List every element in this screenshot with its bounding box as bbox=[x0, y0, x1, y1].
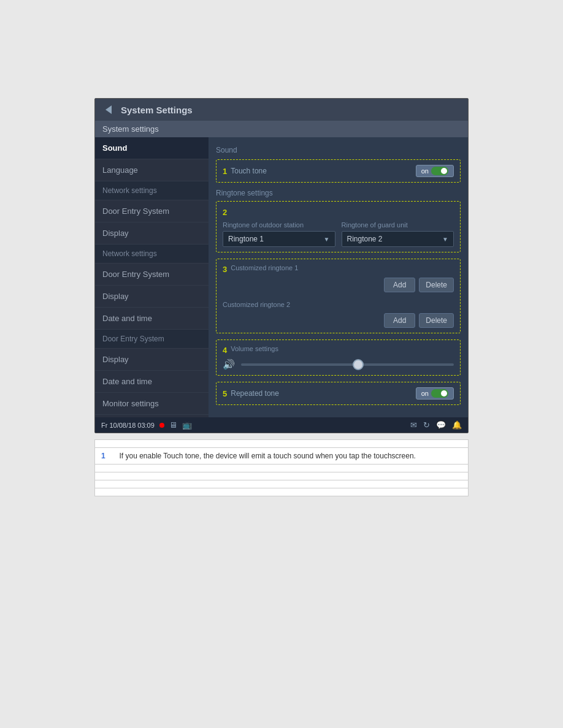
sidebar-item-display-2[interactable]: Display bbox=[95, 286, 209, 308]
sound-heading: Sound bbox=[216, 146, 461, 154]
doc-text-4 bbox=[113, 480, 469, 488]
volume-slider-thumb[interactable] bbox=[353, 359, 364, 370]
sidebar-item-sound[interactable]: Sound bbox=[95, 137, 209, 159]
sidebar-item-monitor-settings[interactable]: Monitor settings bbox=[95, 393, 209, 415]
add-ringtone-1-button[interactable]: Add bbox=[384, 278, 415, 292]
repeated-tone-label: Repeated tone bbox=[231, 389, 416, 398]
doc-num-4 bbox=[95, 480, 113, 488]
guard-ringtone-select[interactable]: Ringtone 2 ▼ bbox=[342, 231, 454, 247]
customized-ringtone-2-buttons: Add Delete bbox=[223, 313, 454, 328]
sidebar-item-display-3[interactable]: Display bbox=[95, 349, 209, 371]
section-number-5: 5 bbox=[223, 389, 227, 398]
touch-tone-toggle[interactable]: on bbox=[416, 165, 454, 177]
doc-text-0 bbox=[113, 440, 469, 448]
window-title: System Settings bbox=[121, 105, 193, 115]
toggle-on-label: on bbox=[421, 167, 429, 175]
doc-num-5 bbox=[95, 488, 113, 496]
repeated-tone-toggle[interactable]: on bbox=[416, 387, 454, 400]
title-bar: System Settings bbox=[95, 99, 468, 121]
table-row bbox=[95, 472, 469, 480]
status-mail-icon[interactable]: ✉ bbox=[410, 420, 417, 430]
status-monitor-icon: 🖥 bbox=[169, 420, 177, 430]
customized-ringtone-1-buttons: Add Delete bbox=[223, 278, 454, 292]
status-bar: Fr 10/08/18 03:09 🖥 📺 ✉ ↻ 💬 🔔 bbox=[95, 417, 468, 433]
system-settings-window: System Settings System settings Sound La… bbox=[94, 98, 469, 433]
toggle-switch-1[interactable] bbox=[431, 167, 448, 175]
guard-dropdown-arrow: ▼ bbox=[442, 236, 448, 243]
status-chat-icon[interactable]: 💬 bbox=[436, 420, 446, 430]
doc-num-0 bbox=[95, 440, 113, 448]
doc-num-2 bbox=[95, 464, 113, 472]
table-row bbox=[95, 440, 469, 448]
toggle-switch-5[interactable] bbox=[431, 389, 448, 398]
volume-section: 4 Volume settings 🔊 bbox=[216, 339, 461, 376]
volume-label: Volume settings bbox=[231, 345, 278, 352]
status-datetime: Fr 10/08/18 03:09 bbox=[101, 422, 155, 429]
volume-row: 🔊 bbox=[223, 358, 454, 370]
sidebar: Sound Language Network settings Door Ent… bbox=[95, 137, 209, 417]
outdoor-ringtone-value: Ringtone 1 bbox=[228, 235, 264, 243]
system-settings-bar: System settings bbox=[95, 121, 468, 137]
repeated-tone-section: 5 Repeated tone on bbox=[216, 382, 461, 405]
sidebar-item-language[interactable]: Language bbox=[95, 159, 209, 181]
delete-ringtone-2-button[interactable]: Delete bbox=[419, 313, 454, 328]
sidebar-item-date-time-1[interactable]: Date and time bbox=[95, 308, 209, 330]
sidebar-section-network-1: Network settings bbox=[95, 181, 209, 200]
table-row bbox=[95, 488, 469, 496]
ringtone-settings-label: Ringtone settings bbox=[216, 189, 461, 197]
doc-text-3 bbox=[113, 472, 469, 480]
doc-num-3 bbox=[95, 472, 113, 480]
doc-table: 1 If you enable Touch tone, the device w… bbox=[94, 439, 469, 496]
doc-text-5 bbox=[113, 488, 469, 496]
status-bell-icon[interactable]: 🔔 bbox=[452, 420, 462, 430]
status-screen-icon: 📺 bbox=[182, 420, 192, 430]
main-content: Sound Language Network settings Door Ent… bbox=[95, 137, 468, 417]
volume-slider-track[interactable] bbox=[241, 363, 454, 366]
status-icons-right: ✉ ↻ 💬 🔔 bbox=[410, 420, 462, 430]
sidebar-section-door-entry: Door Entry System bbox=[95, 330, 209, 349]
ringtone-section: 2 Ringtone of outdoor station Ringtone 1… bbox=[216, 201, 461, 252]
section-number-2: 2 bbox=[223, 208, 227, 217]
section-number-1: 1 bbox=[223, 167, 227, 176]
sidebar-item-door-entry-2[interactable]: Door Entry System bbox=[95, 264, 209, 286]
touch-tone-row: 1 Touch tone on bbox=[223, 165, 454, 177]
delete-ringtone-1-button[interactable]: Delete bbox=[419, 278, 454, 292]
outdoor-dropdown-arrow: ▼ bbox=[324, 236, 330, 243]
doc-num-1: 1 bbox=[95, 448, 113, 464]
content-area: Sound 1 Touch tone on Ringtone settings … bbox=[209, 137, 468, 417]
outdoor-label: Ringtone of outdoor station bbox=[223, 221, 335, 229]
guard-unit-col: Ringtone of guard unit Ringtone 2 ▼ bbox=[342, 221, 454, 247]
ringtone-row: Ringtone of outdoor station Ringtone 1 ▼… bbox=[223, 221, 454, 247]
guard-label: Ringtone of guard unit bbox=[342, 221, 454, 229]
table-row bbox=[95, 464, 469, 472]
sidebar-section-network-2: Network settings bbox=[95, 245, 209, 264]
sidebar-item-date-time-2[interactable]: Date and time bbox=[95, 371, 209, 393]
section-number-3: 3 bbox=[223, 265, 227, 274]
sidebar-item-door-entry-1[interactable]: Door Entry System bbox=[95, 200, 209, 222]
touch-tone-section: 1 Touch tone on bbox=[216, 159, 461, 183]
customized2-label: Customized ringtone 2 bbox=[223, 301, 290, 308]
table-row bbox=[95, 480, 469, 488]
customized-ringtone-section: 3 Customized ringtone 1 Add Delete Custo… bbox=[216, 259, 461, 333]
repeated-toggle-label: on bbox=[421, 390, 429, 397]
table-row: 1 If you enable Touch tone, the device w… bbox=[95, 448, 469, 464]
add-ringtone-2-button[interactable]: Add bbox=[384, 313, 415, 328]
doc-text-1: If you enable Touch tone, the device wil… bbox=[113, 448, 469, 464]
touch-tone-label: Touch tone bbox=[231, 167, 416, 175]
guard-ringtone-value: Ringtone 2 bbox=[347, 235, 383, 243]
system-settings-label: System settings bbox=[102, 124, 159, 134]
svg-marker-0 bbox=[105, 105, 112, 114]
repeated-tone-row: 5 Repeated tone on bbox=[223, 387, 454, 400]
status-red-dot bbox=[159, 423, 164, 428]
doc-text-2 bbox=[113, 464, 469, 472]
section-number-4: 4 bbox=[223, 346, 227, 355]
volume-icon: 🔊 bbox=[223, 358, 235, 370]
sidebar-item-display-1[interactable]: Display bbox=[95, 222, 209, 245]
outdoor-ringtone-select[interactable]: Ringtone 1 ▼ bbox=[223, 231, 335, 247]
back-icon[interactable] bbox=[102, 104, 115, 116]
customized1-label: Customized ringtone 1 bbox=[231, 264, 298, 271]
outdoor-station-col: Ringtone of outdoor station Ringtone 1 ▼ bbox=[223, 221, 335, 247]
status-refresh-icon[interactable]: ↻ bbox=[423, 420, 430, 430]
